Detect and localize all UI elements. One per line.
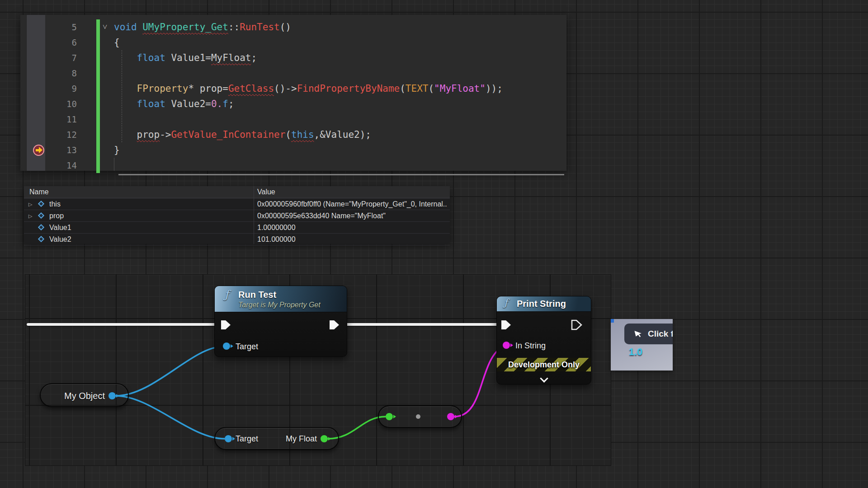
function-icon: ƒ	[504, 297, 508, 308]
getter-target-pin[interactable]	[225, 435, 232, 442]
line-number: 13	[45, 142, 77, 158]
watch-column-divider[interactable]	[254, 186, 254, 244]
variable-value: 0x00000595e633dd40 Name="MyFloat"	[257, 210, 386, 221]
function-icon: ƒ	[225, 288, 229, 301]
code-text: }	[114, 142, 120, 158]
node-title: Print String	[517, 299, 566, 309]
conversion-output-pin[interactable]	[447, 413, 454, 420]
line-number: 5	[45, 19, 77, 35]
code-line[interactable]: 6{	[20, 35, 566, 50]
change-tracking-bar	[96, 19, 100, 173]
line-number: 8	[45, 66, 77, 81]
line-number: 12	[45, 127, 77, 142]
click-for-button[interactable]: Click fo	[624, 324, 673, 344]
variable-value: 101.000000	[257, 234, 296, 245]
code-lines: 5˅void UMyProperty_Get::RunTest()6{7 flo…	[20, 19, 566, 173]
code-line[interactable]: 14	[20, 158, 566, 173]
debug-value-popup: Click fo 1.0	[611, 319, 673, 371]
runtest-exec-in-pin[interactable]	[220, 319, 232, 330]
code-line[interactable]: 12 prop->GetValue_InContainer(this,&Valu…	[20, 127, 566, 142]
development-only-banner: Development Only	[497, 358, 591, 371]
code-line[interactable]: 10 float Value2=0.f;	[20, 96, 566, 112]
getter-target-pin-label: Target	[236, 435, 258, 442]
code-text: {	[114, 35, 120, 50]
variable-name: prop	[49, 210, 64, 221]
current-statement-arrow-icon[interactable]	[33, 145, 44, 156]
node-run-test-header[interactable]: ƒ Run Test Target is My Property Get	[215, 286, 347, 312]
variable-name: this	[49, 198, 61, 210]
code-text: void UMyProperty_Get::RunTest()	[114, 19, 291, 35]
variable-icon	[38, 201, 44, 207]
banner-label: Development Only	[508, 360, 580, 369]
popup-float-value: 1.0	[611, 346, 660, 358]
watch-header-row: Name Value	[24, 186, 450, 198]
code-text: float Value2=0.f;	[114, 96, 234, 112]
variable-icon	[38, 224, 44, 230]
variable-icon	[38, 212, 44, 219]
code-editor[interactable]: 5˅void UMyProperty_Get::RunTest()6{7 flo…	[20, 15, 566, 171]
expand-arrow-icon[interactable]: ▷	[28, 211, 32, 222]
conversion-dot-icon	[416, 414, 420, 419]
node-run-test[interactable]: ƒ Run Test Target is My Property Get	[214, 286, 347, 357]
printstring-instring-pin[interactable]	[503, 342, 510, 349]
watch-row[interactable]: ▷prop0x00000595e633dd40 Name="MyFloat"	[24, 210, 450, 222]
printstring-instring-pin-label: In String	[515, 342, 546, 349]
watch-row[interactable]: Value2101.000000	[24, 234, 450, 245]
watch-column-name[interactable]: Name	[29, 186, 49, 198]
watch-column-value[interactable]: Value	[257, 186, 275, 198]
code-text: prop->GetValue_InContainer(this,&Value2)…	[114, 127, 371, 142]
getter-myfloat-output-pin[interactable]	[321, 435, 328, 442]
watch-row[interactable]: ▷this0x000005960fbf0ff0 (Name="MyPropert…	[24, 198, 450, 210]
expand-arrow-icon[interactable]: ▷	[28, 199, 32, 210]
node-print-string-header[interactable]: ƒ Print String	[497, 296, 591, 312]
arrow-head	[39, 147, 42, 153]
code-text: FProperty* prop=GetClass()->FindProperty…	[114, 81, 503, 96]
scope-line	[114, 158, 114, 171]
exec-wire-runtest-to-printstring	[336, 323, 503, 326]
node-subtitle: Target is My Property Get	[238, 301, 321, 309]
expand-node-chevron-icon[interactable]	[541, 375, 547, 381]
cursor-icon	[634, 329, 642, 338]
code-line[interactable]: 9 FProperty* prop=GetClass()->FindProper…	[20, 81, 566, 96]
code-line[interactable]: 5˅void UMyProperty_Get::RunTest()	[20, 19, 566, 35]
line-number: 9	[45, 81, 77, 96]
code-line[interactable]: 11	[20, 112, 566, 127]
runtest-exec-out-pin[interactable]	[329, 319, 340, 330]
click-for-button-label: Click fo	[648, 324, 673, 344]
my-object-label: My Object	[45, 392, 105, 399]
runtest-target-pin[interactable]	[223, 343, 230, 350]
line-number: 10	[45, 96, 77, 112]
variable-icon	[38, 236, 44, 242]
printstring-exec-in-pin[interactable]	[500, 319, 512, 330]
line-number: 7	[45, 50, 77, 66]
runtest-target-pin-label: Target	[236, 343, 258, 350]
myobject-output-pin[interactable]	[108, 392, 116, 399]
conversion-input-pin[interactable]	[386, 413, 393, 420]
fold-chevron-icon[interactable]: ˅	[103, 19, 107, 35]
code-line[interactable]: 7 float Value1=MyFloat;	[20, 50, 566, 66]
watch-row[interactable]: Value11.00000000	[24, 222, 450, 234]
watch-window[interactable]: Name Value ▷this0x000005960fbf0ff0 (Name…	[24, 186, 450, 244]
code-text: float Value1=MyFloat;	[114, 50, 257, 66]
line-number: 11	[45, 112, 77, 127]
variable-value: 1.00000000	[257, 222, 296, 233]
watch-rows: ▷this0x000005960fbf0ff0 (Name="MyPropert…	[24, 198, 450, 245]
variable-name: Value1	[49, 222, 71, 233]
line-number: 6	[45, 35, 77, 50]
code-line[interactable]: 13}	[20, 142, 566, 158]
printstring-exec-out-pin[interactable]	[571, 319, 583, 330]
node-title: Run Test	[238, 290, 276, 300]
horizontal-scrollbar[interactable]	[118, 174, 564, 175]
popup-corner-mark	[611, 319, 614, 323]
screen: ƒ Run Test Target is My Property Get ƒ P…	[0, 0, 868, 488]
line-number: 14	[45, 158, 77, 173]
variable-value: 0x000005960fbf0ff0 (Name="MyProperty_Get…	[257, 198, 447, 210]
variable-name: Value2	[49, 234, 71, 245]
code-line[interactable]: 8	[20, 66, 566, 81]
exec-wire-left	[27, 323, 222, 326]
indent-guide	[122, 50, 122, 142]
getter-myfloat-pin-label: My Float	[278, 435, 317, 442]
